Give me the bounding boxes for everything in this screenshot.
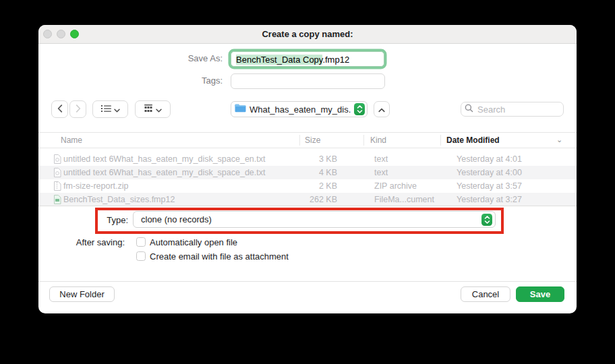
text-file-icon <box>53 154 61 164</box>
titlebar[interactable]: Create a copy named: <box>38 25 577 44</box>
filemaker-file-icon <box>53 195 61 204</box>
save-as-label: Save As: <box>119 53 223 63</box>
chevron-up-icon <box>378 103 385 115</box>
file-date-modified: Yesterday at 4:00 <box>457 166 522 179</box>
save-dialog-window: Create a copy named: Save As: BenchTest_… <box>38 25 577 313</box>
location-popup-value: What_has_eaten_my_dis... <box>250 104 351 115</box>
filename-input[interactable]: BenchTest_Data Copy.fmp12 <box>231 51 384 67</box>
create-email-option: Create email with file as attachment <box>136 251 289 262</box>
chevron-left-icon <box>57 103 63 115</box>
desktop-background: { "window": { "title": "Create a copy na… <box>0 0 615 364</box>
file-size: 262 KB <box>261 193 337 206</box>
file-date-modified: Yesterday at 3:27 <box>457 193 522 206</box>
file-date-modified: Yesterday at 4:01 <box>457 152 522 166</box>
column-header-kind[interactable]: Kind <box>370 133 386 148</box>
file-row[interactable]: BenchTest_Data_sizes.fmp12 262 KB FileMa… <box>38 193 577 206</box>
search-field[interactable] <box>461 102 564 117</box>
column-header-size[interactable]: Size <box>305 133 320 148</box>
file-row[interactable]: untitled text 6What_has_eaten_my_disk_sp… <box>38 166 577 179</box>
create-email-checkbox[interactable] <box>136 251 146 261</box>
new-folder-button[interactable]: New Folder <box>49 286 115 302</box>
file-kind: ZIP archive <box>374 179 417 193</box>
chevron-right-icon <box>76 103 81 115</box>
file-name: BenchTest_Data_sizes.fmp12 <box>63 193 175 206</box>
text-file-icon <box>53 168 61 177</box>
chevron-down-icon <box>156 103 162 115</box>
after-saving-label: After saving: <box>52 237 125 247</box>
list-view-button[interactable] <box>92 100 128 118</box>
file-name: untitled text 6What_has_eaten_my_disk_sp… <box>63 166 266 179</box>
filename-selected-text: BenchTest_Data Copy <box>236 55 322 65</box>
create-email-label: Create email with file as attachment <box>150 251 289 262</box>
footer-divider <box>38 281 577 282</box>
file-list-header: Name Size Kind Date Modified ⌄ <box>38 132 577 148</box>
popup-stepper-icon <box>354 103 365 115</box>
folder-icon <box>235 103 246 115</box>
tags-input[interactable] <box>231 73 385 89</box>
zip-file-icon <box>53 181 61 191</box>
file-kind: text <box>374 152 388 166</box>
auto-open-label: Automatically open file <box>150 237 237 247</box>
filename-extension-text: .fmp12 <box>322 55 349 65</box>
sort-indicator-icon[interactable]: ⌄ <box>556 133 562 148</box>
tags-label: Tags: <box>119 75 223 86</box>
search-icon <box>465 103 473 115</box>
file-kind: FileMa...cument <box>374 193 434 206</box>
back-button[interactable] <box>51 100 68 118</box>
list-bottom-divider <box>38 206 577 206</box>
file-size: 4 KB <box>261 166 337 179</box>
file-kind: text <box>374 166 388 179</box>
collapse-dialog-button[interactable] <box>374 101 390 117</box>
group-view-button[interactable] <box>135 100 171 118</box>
column-separator[interactable] <box>299 135 300 146</box>
auto-open-option: Automatically open file <box>136 237 237 247</box>
file-date-modified: Yesterday at 3:57 <box>457 179 522 193</box>
file-name: untitled text 6What_has_eaten_my_disk_sp… <box>63 152 266 166</box>
search-input[interactable] <box>476 104 553 115</box>
column-header-date-modified[interactable]: Date Modified <box>446 133 500 148</box>
auto-open-checkbox[interactable] <box>136 237 146 247</box>
file-size: 2 KB <box>261 179 337 193</box>
column-header-name[interactable]: Name <box>61 133 82 148</box>
file-size: 3 KB <box>261 152 337 166</box>
save-button[interactable]: Save <box>516 286 564 302</box>
file-name: fm-size-report.zip <box>63 179 129 193</box>
column-separator[interactable] <box>440 135 441 146</box>
dialog-title: Create a copy named: <box>38 25 577 43</box>
list-view-icon <box>101 103 111 115</box>
cancel-button[interactable]: Cancel <box>461 286 510 302</box>
annotation-highlight-box <box>95 208 504 234</box>
group-view-icon <box>144 103 153 115</box>
chevron-down-icon <box>114 103 120 115</box>
column-separator[interactable] <box>363 135 364 146</box>
file-row[interactable]: fm-size-report.zip 2 KB ZIP archive Yest… <box>38 179 577 193</box>
location-popup-button[interactable]: What_has_eaten_my_dis... <box>231 101 368 117</box>
forward-button[interactable] <box>69 100 86 118</box>
file-row[interactable]: untitled text 6What_has_eaten_my_disk_sp… <box>38 152 577 166</box>
